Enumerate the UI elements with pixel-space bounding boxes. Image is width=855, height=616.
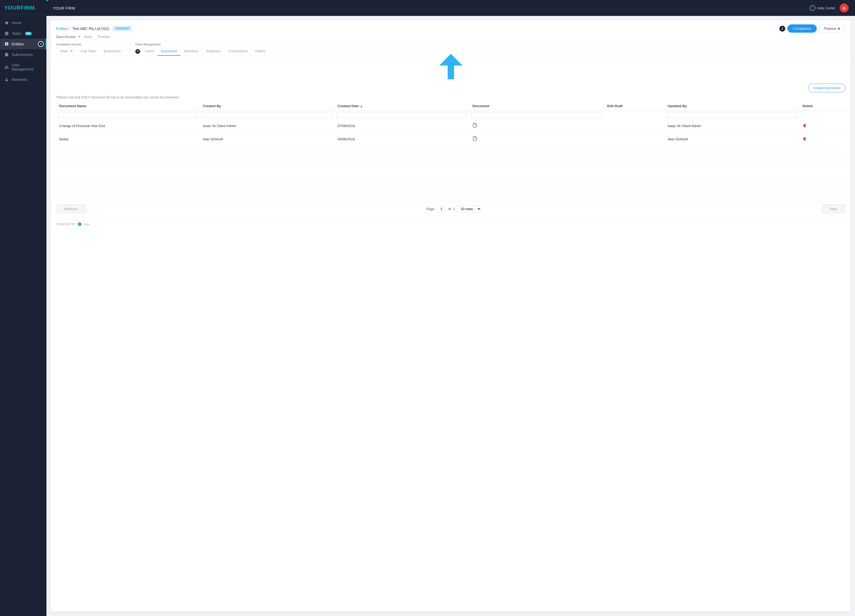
sidebar-nav: Home Tasks 202 Entities 1 Submissions bbox=[0, 14, 46, 616]
file-icon-1[interactable] bbox=[472, 124, 477, 129]
next-button[interactable]: Next bbox=[822, 205, 846, 213]
breadcrumb-entities-link[interactable]: Entities bbox=[56, 26, 68, 31]
document-table-wrap: Document Name Created By Created Date ▲ bbox=[51, 101, 851, 199]
logo-text: YOURFIRM. bbox=[4, 5, 36, 11]
empty-row bbox=[56, 156, 846, 167]
document-tab[interactable]: Document bbox=[157, 47, 181, 56]
client-mgmt-label: Client Management bbox=[135, 43, 161, 46]
table-row: dsdsd Alan Schmoll 05/06/2019 Alan Schmo… bbox=[56, 133, 846, 146]
previous-button[interactable]: Previous bbox=[56, 205, 86, 213]
cell-edit-draft-1 bbox=[604, 120, 665, 133]
tasks-sub-tab[interactable]: Tasks bbox=[83, 35, 92, 39]
col-edit-draft: Edit Draft bbox=[604, 101, 665, 111]
step-3-badge: 3 bbox=[135, 49, 140, 54]
members-tab[interactable]: Members bbox=[181, 47, 202, 56]
file-icon-2[interactable] bbox=[472, 137, 477, 142]
sidebar-item-entities[interactable]: Entities 1 bbox=[0, 39, 46, 49]
filter-doc-name[interactable] bbox=[58, 112, 198, 118]
delete-icon-1[interactable] bbox=[803, 124, 807, 129]
cell-updated-by-2: Alan Schmoll bbox=[665, 133, 799, 146]
empty-row bbox=[56, 167, 846, 178]
vitals-tab[interactable]: Vitals 👁 bbox=[56, 47, 77, 56]
eye-icon: 👁 bbox=[78, 35, 81, 39]
create-document-button[interactable]: Create Document bbox=[808, 84, 846, 92]
breadcrumb: Entities / Test ABC Pty Ltd (SG) STANDAR… bbox=[56, 26, 132, 31]
entity-header: Entities / Test ABC Pty Ltd (SG) STANDAR… bbox=[51, 20, 851, 33]
content-area: Entities / Test ABC Pty Ltd (SG) STANDAR… bbox=[46, 16, 855, 616]
sidebar-item-tasks[interactable]: Tasks 202 bbox=[0, 28, 46, 39]
topbar-right: ? Help Center G bbox=[810, 3, 849, 12]
topbar-title: YOUR FIRM bbox=[53, 6, 75, 10]
others-tab[interactable]: Others bbox=[251, 47, 269, 56]
compliance-access-label: Compliance Access bbox=[56, 43, 124, 46]
finance-tab-button[interactable]: Finance bbox=[818, 25, 846, 33]
sidebar-item-home[interactable]: Home bbox=[0, 17, 46, 28]
powered-by-label: POWERED BY bbox=[56, 222, 76, 226]
sidebar-item-home-label: Home bbox=[12, 21, 21, 25]
filter-updated-by[interactable] bbox=[667, 112, 797, 118]
zave-sub-tabs: Tasks Timeline bbox=[83, 35, 110, 39]
compliance-tab-button[interactable]: Compliance bbox=[788, 25, 817, 33]
entities-step-badge: 1 bbox=[38, 41, 44, 47]
compliance-access-section: Compliance Access Vitals 👁 Cap Table Boa… bbox=[56, 43, 124, 56]
col-created-date[interactable]: Created Date ▲ bbox=[334, 101, 469, 111]
finance-status-dot bbox=[838, 28, 840, 30]
annotation-arrow-container bbox=[51, 54, 851, 79]
page-number-input[interactable] bbox=[437, 205, 446, 212]
cell-delete-2[interactable] bbox=[799, 133, 846, 146]
zave-access-row: Zave Access 👁 Tasks Timeline bbox=[51, 33, 851, 41]
cell-document-1[interactable] bbox=[469, 120, 604, 133]
sidebar-item-submissions-label: Submissions bbox=[12, 52, 33, 57]
topbar: YOUR FIRM ? Help Center G bbox=[46, 0, 855, 16]
sidebar-item-tasks-label: Tasks bbox=[12, 31, 21, 35]
standard-badge: STANDARD bbox=[113, 26, 132, 31]
cell-delete-1[interactable] bbox=[799, 120, 846, 133]
filter-created-date[interactable] bbox=[337, 112, 467, 118]
vitals-label: Vitals bbox=[60, 49, 68, 53]
cell-created-date-1: 07/06/2019 bbox=[334, 120, 469, 133]
header-tabs: 2 Compliance Finance bbox=[779, 25, 846, 33]
breadcrumb-separator: / bbox=[70, 26, 71, 31]
sidebar-item-members[interactable]: Members bbox=[0, 74, 46, 85]
cell-created-by-1: Isaac Ye Client Admin bbox=[199, 120, 334, 133]
client-mgmt-section: Client Management 3 Client Document Memb… bbox=[135, 43, 269, 56]
sidebar-item-user-management[interactable]: User Management bbox=[0, 60, 46, 74]
breadcrumb-current-entity: Test ABC Pty Ltd (SG) bbox=[72, 26, 109, 31]
sidebar-item-entities-label: Entities bbox=[12, 42, 24, 46]
client-tab[interactable]: Client bbox=[141, 47, 157, 56]
rows-per-page-select[interactable]: 10 rows 25 rows 50 rows 100 rows bbox=[457, 205, 481, 213]
client-mgmt-tabs: 3 Client Document Members Registers Tran… bbox=[135, 47, 269, 56]
cell-created-date-2: 05/06/2019 bbox=[334, 133, 469, 146]
cap-table-tab[interactable]: Cap Table bbox=[77, 47, 100, 56]
tasks-icon bbox=[4, 31, 9, 36]
registers-tab[interactable]: Registers bbox=[202, 47, 225, 56]
filter-created-by[interactable] bbox=[202, 112, 332, 118]
col-doc-name: Document Name bbox=[56, 101, 199, 111]
total-pages: 1 bbox=[453, 207, 455, 211]
col-document: Document bbox=[469, 101, 604, 111]
boardroom-tab[interactable]: Boardroom bbox=[100, 47, 124, 56]
timeline-sub-tab[interactable]: Timeline bbox=[97, 35, 110, 39]
tasks-badge: 202 bbox=[25, 32, 32, 35]
help-icon: ? bbox=[810, 5, 815, 11]
pagination: Previous Page of 1 10 rows 25 rows 50 ro… bbox=[51, 201, 851, 216]
entities-icon bbox=[4, 41, 9, 46]
vitals-eye-icon: 👁 bbox=[70, 49, 73, 53]
home-icon bbox=[4, 20, 9, 25]
col-created-by: Created By bbox=[199, 101, 334, 111]
tabs-divider bbox=[130, 43, 130, 56]
annotation-arrow bbox=[439, 54, 463, 79]
empty-row bbox=[56, 178, 846, 188]
delete-icon-2[interactable] bbox=[803, 137, 807, 142]
cell-document-2[interactable] bbox=[469, 133, 604, 146]
logo: YOURFIRM. STAFF bbox=[0, 0, 46, 14]
col-updated-by: Updated By bbox=[665, 101, 799, 111]
sidebar-item-user-management-label: User Management bbox=[12, 63, 42, 71]
members-icon bbox=[4, 77, 9, 82]
zave-label: Zave bbox=[83, 222, 90, 226]
transactions-tab[interactable]: Transactions bbox=[224, 47, 251, 56]
sidebar-item-submissions[interactable]: Submissions bbox=[0, 49, 46, 60]
filter-document[interactable] bbox=[471, 112, 602, 118]
cell-doc-name-2: dsdsd bbox=[56, 133, 199, 146]
help-center-button[interactable]: ? Help Center bbox=[810, 5, 835, 11]
